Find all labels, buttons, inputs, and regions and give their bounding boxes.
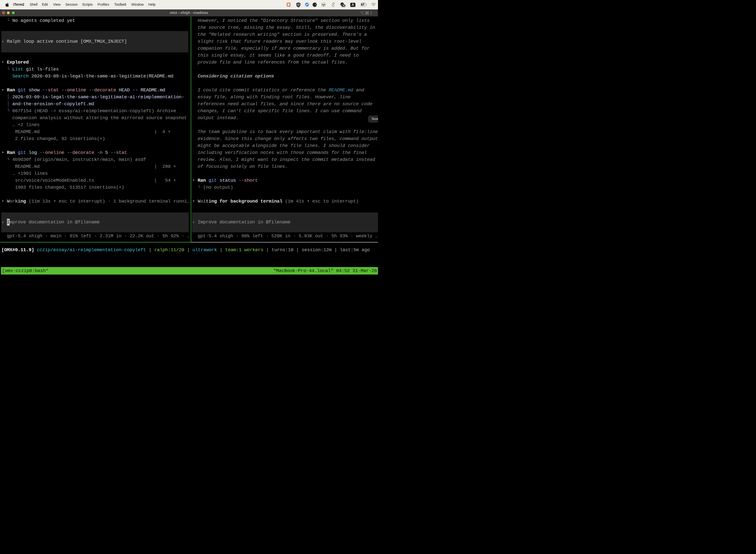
svg-text:1: 1 (370, 11, 372, 15)
svg-text:..61: ..61 (341, 4, 345, 7)
